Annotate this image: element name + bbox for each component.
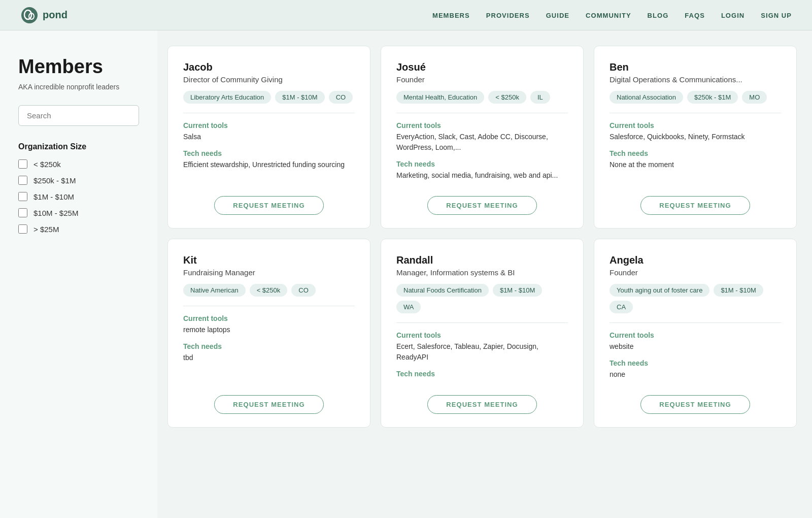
filter-option[interactable]: > $25M: [18, 224, 139, 234]
request-meeting-button[interactable]: REQUEST MEETING: [640, 196, 750, 215]
card-footer: REQUEST MEETING: [610, 387, 781, 414]
card-name: Ben: [610, 61, 781, 73]
tag: MO: [742, 91, 767, 104]
filter-option[interactable]: $1M - $10M: [18, 192, 139, 201]
tag: IL: [530, 91, 550, 104]
nav-link-members[interactable]: MEMBERS: [432, 12, 470, 19]
nav-link-login[interactable]: LOGIN: [721, 12, 745, 19]
logo-icon: [20, 6, 39, 24]
card-tags: National Association$250k - $1MMO: [610, 91, 781, 104]
card-title: Digital Operations & Communications...: [610, 75, 781, 84]
current-tools-value: EveryAction, Slack, Cast, Adobe CC, Disc…: [396, 132, 568, 153]
request-meeting-button[interactable]: REQUEST MEETING: [427, 196, 536, 215]
tech-needs-label: Tech needs: [396, 160, 568, 168]
filter-label: $1M - $10M: [33, 192, 74, 201]
tag: Native American: [183, 284, 246, 297]
card-tags: Liberatory Arts Education$1M - $10MCO: [183, 91, 355, 104]
tag: National Association: [610, 91, 683, 104]
filter-checkbox[interactable]: [18, 224, 27, 234]
request-meeting-button[interactable]: REQUEST MEETING: [427, 395, 536, 414]
request-meeting-button[interactable]: REQUEST MEETING: [214, 196, 323, 215]
tag: $1M - $10M: [493, 284, 542, 297]
card-footer: REQUEST MEETING: [396, 188, 568, 215]
nav-link-community[interactable]: COMMUNITY: [586, 12, 631, 19]
tech-needs-value: none: [610, 369, 781, 380]
nav-link-guide[interactable]: GUIDE: [546, 12, 569, 19]
tag: CO: [291, 284, 316, 297]
tech-needs-value: Marketing, social media, fundraising, we…: [396, 170, 568, 181]
tech-needs-label: Tech needs: [610, 149, 781, 157]
card-divider: [183, 113, 355, 113]
filter-label: $10M - $25M: [33, 209, 78, 217]
page-layout: Members AKA incredible nonprofit leaders…: [0, 30, 812, 518]
filter-option[interactable]: $250k - $1M: [18, 176, 139, 185]
filter-checkbox[interactable]: [18, 176, 27, 185]
current-tools-value: remote laptops: [183, 325, 355, 335]
tag: < $250k: [250, 284, 288, 297]
filter-option[interactable]: < $250k: [18, 159, 139, 169]
card-name: Kit: [183, 254, 355, 266]
card-title: Director of Community Giving: [183, 75, 355, 84]
filter-checkbox[interactable]: [18, 192, 27, 201]
card-title: Fundraising Manager: [183, 268, 355, 277]
tag: $1M - $10M: [275, 91, 324, 104]
search-input[interactable]: [18, 105, 139, 126]
card-divider: [396, 113, 568, 113]
card-divider: [610, 113, 781, 113]
logo-text: pond: [43, 9, 67, 21]
nav-link-providers[interactable]: PROVIDERS: [486, 12, 530, 19]
cards-grid: Jacob Director of Community Giving Liber…: [167, 46, 797, 428]
current-tools-label: Current tools: [396, 121, 568, 130]
tech-needs-value: Efficient stewardship, Unrestricted fund…: [183, 159, 355, 170]
nav-link-faqs[interactable]: FAQS: [685, 12, 705, 19]
main-content: Jacob Director of Community Giving Liber…: [157, 30, 812, 518]
page-title: Members: [18, 56, 139, 78]
filter-option[interactable]: $10M - $25M: [18, 208, 139, 217]
current-tools-label: Current tools: [183, 121, 355, 130]
tag: < $250k: [488, 91, 526, 104]
card-name: Randall: [396, 254, 568, 266]
current-tools-label: Current tools: [610, 121, 781, 130]
filter-label: > $25M: [33, 225, 59, 234]
filter-label: < $250k: [33, 160, 61, 169]
member-card: Jacob Director of Community Giving Liber…: [167, 46, 370, 229]
tech-needs-label: Tech needs: [183, 342, 355, 350]
current-tools-label: Current tools: [610, 331, 781, 339]
current-tools-label: Current tools: [396, 331, 568, 339]
member-card: Josué Founder Mental Health, Education< …: [381, 46, 584, 229]
nav-link-sign-up[interactable]: SIGN UP: [761, 12, 792, 19]
filter-title: Organization Size: [18, 142, 139, 151]
logo[interactable]: pond: [20, 6, 67, 24]
card-footer: REQUEST MEETING: [610, 188, 781, 215]
card-title: Founder: [610, 268, 781, 277]
filter-checkbox[interactable]: [18, 208, 27, 217]
current-tools-value: website: [610, 341, 781, 352]
current-tools-value: Salesforce, Quickbooks, Ninety, Formstac…: [610, 132, 781, 142]
filter-checkbox[interactable]: [18, 159, 27, 169]
current-tools-value: Ecert, Salesforce, Tableau, Zapier, Docu…: [396, 341, 568, 363]
card-name: Jacob: [183, 61, 355, 73]
request-meeting-button[interactable]: REQUEST MEETING: [640, 395, 750, 414]
current-tools-value: Salsa: [183, 132, 355, 142]
current-tools-label: Current tools: [183, 314, 355, 322]
nav-links: MEMBERSPROVIDERSGUIDECOMMUNITYBLOGFAQSLO…: [432, 11, 792, 19]
card-divider: [396, 322, 568, 323]
tech-needs-value: None at the moment: [610, 159, 781, 170]
card-title: Founder: [396, 75, 568, 84]
tag: CA: [610, 301, 633, 313]
request-meeting-button[interactable]: REQUEST MEETING: [214, 395, 323, 414]
filter-label: $250k - $1M: [33, 176, 76, 185]
navbar: pond MEMBERSPROVIDERSGUIDECOMMUNITYBLOGF…: [0, 0, 812, 30]
tech-needs-label: Tech needs: [610, 359, 781, 367]
sidebar-subtitle: AKA incredible nonprofit leaders: [18, 83, 139, 91]
card-tags: Youth aging out of foster care$1M - $10M…: [610, 284, 781, 313]
card-footer: REQUEST MEETING: [183, 188, 355, 215]
filter-options: < $250k$250k - $1M$1M - $10M$10M - $25M>…: [18, 159, 139, 234]
card-tags: Native American< $250kCO: [183, 284, 355, 297]
tech-needs-label: Tech needs: [183, 149, 355, 157]
tag: Natural Foods Certification: [396, 284, 489, 297]
nav-link-blog[interactable]: BLOG: [648, 12, 669, 19]
tag: Mental Health, Education: [396, 91, 484, 104]
member-card: Randall Manager, Information systems & B…: [381, 239, 584, 428]
tag: WA: [396, 301, 421, 313]
